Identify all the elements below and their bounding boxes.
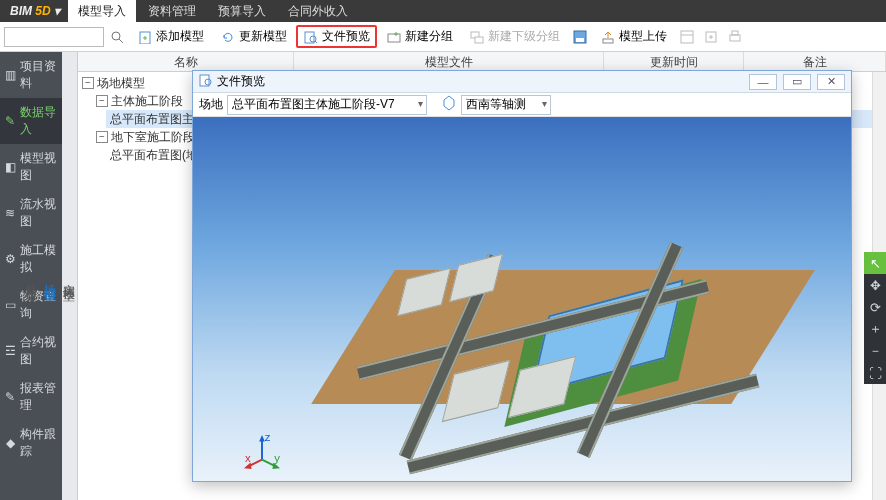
update-model-label: 更新模型 xyxy=(239,28,287,45)
svg-rect-15 xyxy=(603,39,613,43)
menu-tab-budget-import[interactable]: 预算导入 xyxy=(208,0,276,22)
new-group-label: 新建分组 xyxy=(405,28,453,45)
si-label: 项目资料 xyxy=(20,58,57,92)
import-icon: ✎ xyxy=(5,114,16,128)
vbar-site-model[interactable]: 场地模型 xyxy=(41,270,58,286)
dialog-title-icon xyxy=(199,73,213,90)
add-model-icon xyxy=(137,29,153,45)
print-icon[interactable] xyxy=(724,26,746,48)
si-label: 合约视图 xyxy=(20,334,57,368)
combo-value: 西南等轴测 xyxy=(466,97,526,111)
refresh-icon xyxy=(220,29,236,45)
si-label: 模型视图 xyxy=(20,150,57,184)
sidebar-item-report-mgmt[interactable]: ✎报表管理 xyxy=(0,374,62,420)
tree-label: 地下室施工阶段 xyxy=(111,129,195,146)
orientation-combo[interactable]: 西南等轴测 xyxy=(461,95,551,115)
col-model-file[interactable]: 模型文件 xyxy=(294,52,604,71)
doc-icon: ☲ xyxy=(5,344,16,358)
new-subgroup-label: 新建下级分组 xyxy=(488,28,560,45)
sidebar-item-flow-view[interactable]: ≋流水视图 xyxy=(0,190,62,236)
svg-text:z: z xyxy=(265,433,271,443)
search-input[interactable] xyxy=(4,27,104,47)
search-icon[interactable] xyxy=(106,26,128,48)
svg-rect-5 xyxy=(305,32,314,43)
si-label: 物资查询 xyxy=(20,288,57,322)
svg-rect-21 xyxy=(200,75,209,86)
new-subgroup-button[interactable]: 新建下级分组 xyxy=(462,25,567,48)
col-remark[interactable]: 备注 xyxy=(744,52,886,71)
cube-icon: ◧ xyxy=(5,160,16,174)
col-name[interactable]: 名称 xyxy=(78,52,294,71)
zoom-out-icon[interactable]: － xyxy=(864,340,886,362)
sidebar-item-material-query[interactable]: ▭物资查询 xyxy=(0,282,62,328)
sidebar-item-data-import[interactable]: ✎数据导入 xyxy=(0,98,62,144)
pan-tool-icon[interactable]: ✥ xyxy=(864,274,886,296)
svg-text:y: y xyxy=(274,452,280,464)
menu-tab-data-manage[interactable]: 资料管理 xyxy=(138,0,206,22)
zoom-fit-icon[interactable]: ⛶ xyxy=(864,362,886,384)
zoom-in-icon[interactable]: ＋ xyxy=(864,318,886,340)
sidebar-item-project-data[interactable]: ▥项目资料 xyxy=(0,52,62,98)
file-preview-button[interactable]: 文件预览 xyxy=(296,25,377,48)
svg-rect-14 xyxy=(576,38,584,42)
upload-icon xyxy=(600,29,616,45)
add-model-button[interactable]: 添加模型 xyxy=(130,25,211,48)
maximize-icon[interactable]: ▭ xyxy=(783,74,811,90)
viewport-3d[interactable]: z x y xyxy=(193,117,851,481)
new-group-button[interactable]: 新建分组 xyxy=(379,25,460,48)
update-model-button[interactable]: 更新模型 xyxy=(213,25,294,48)
axis-gizmo-icon: z x y xyxy=(243,433,281,471)
pointer-tool-icon[interactable]: ↖ xyxy=(864,252,886,274)
svg-rect-8 xyxy=(388,34,400,42)
file-preview-label: 文件预览 xyxy=(322,28,370,45)
si-label: 流水视图 xyxy=(20,196,57,230)
menu-tab-model-import[interactable]: 模型导入 xyxy=(68,0,136,22)
add-model-label: 添加模型 xyxy=(156,28,204,45)
sidebar-item-contract-view[interactable]: ☲合约视图 xyxy=(0,328,62,374)
model-upload-button[interactable]: 模型上传 xyxy=(593,25,674,48)
sidebar-item-component-track[interactable]: ◆构件跟踪 xyxy=(0,420,62,466)
dialog-title: 文件预览 xyxy=(217,73,265,90)
svg-line-1 xyxy=(119,39,123,43)
si-label: 报表管理 xyxy=(20,380,57,414)
svg-line-7 xyxy=(315,41,317,43)
toolbar: 添加模型 更新模型 文件预览 新建分组 新建下级分组 模型上传 xyxy=(0,22,886,52)
chart-icon: ✎ xyxy=(5,390,16,404)
dialog-toolbar: 场地 总平面布置图主体施工阶段-V7 西南等轴测 xyxy=(193,93,851,117)
app-title-bar: BIM 5D ▾ 模型导入 资料管理 预算导入 合同外收入 xyxy=(0,0,886,22)
export-icon[interactable] xyxy=(700,26,722,48)
model-upload-label: 模型上传 xyxy=(619,28,667,45)
tree-label: 主体施工阶段 xyxy=(111,93,183,110)
sidebar-item-model-view[interactable]: ◧模型视图 xyxy=(0,144,62,190)
menu-tab-contract-income[interactable]: 合同外收入 xyxy=(278,0,358,22)
file-preview-icon xyxy=(303,29,319,45)
collapse-icon[interactable]: − xyxy=(96,95,108,107)
file-preview-dialog: 文件预览 — ▭ ✕ 场地 总平面布置图主体施工阶段-V7 西南等轴测 z xyxy=(192,70,852,482)
svg-rect-16 xyxy=(681,31,693,43)
minimize-icon[interactable]: — xyxy=(749,74,777,90)
truck-icon: ▭ xyxy=(5,298,16,312)
dialog-titlebar[interactable]: 文件预览 — ▭ ✕ xyxy=(193,71,851,93)
field-label-site: 场地 xyxy=(199,96,223,113)
collapse-icon[interactable]: − xyxy=(96,131,108,143)
category-vertical-bar: 实体模型 场地模型 其它模型 xyxy=(62,52,78,500)
svg-text:x: x xyxy=(245,452,251,464)
combo-value: 总平面布置图主体施工阶段-V7 xyxy=(232,97,395,111)
orientation-icon xyxy=(441,95,457,114)
save-icon[interactable] xyxy=(569,26,591,48)
col-update-time[interactable]: 更新时间 xyxy=(604,52,744,71)
flow-icon: ≋ xyxy=(5,206,16,220)
si-label: 构件跟踪 xyxy=(20,426,57,460)
close-icon[interactable]: ✕ xyxy=(817,74,845,90)
si-label: 数据导入 xyxy=(20,104,57,138)
vbar-entity-model[interactable]: 实体模型 xyxy=(60,270,77,286)
vbar-other-model[interactable]: 其它模型 xyxy=(22,270,39,286)
svg-rect-12 xyxy=(475,37,483,43)
orbit-tool-icon[interactable]: ⟳ xyxy=(864,296,886,318)
settings-icon[interactable] xyxy=(676,26,698,48)
collapse-icon[interactable]: − xyxy=(82,77,94,89)
track-icon: ◆ xyxy=(5,436,16,450)
table-header: 名称 模型文件 更新时间 备注 xyxy=(78,52,886,72)
new-group-icon xyxy=(386,29,402,45)
site-plan-combo[interactable]: 总平面布置图主体施工阶段-V7 xyxy=(227,95,427,115)
